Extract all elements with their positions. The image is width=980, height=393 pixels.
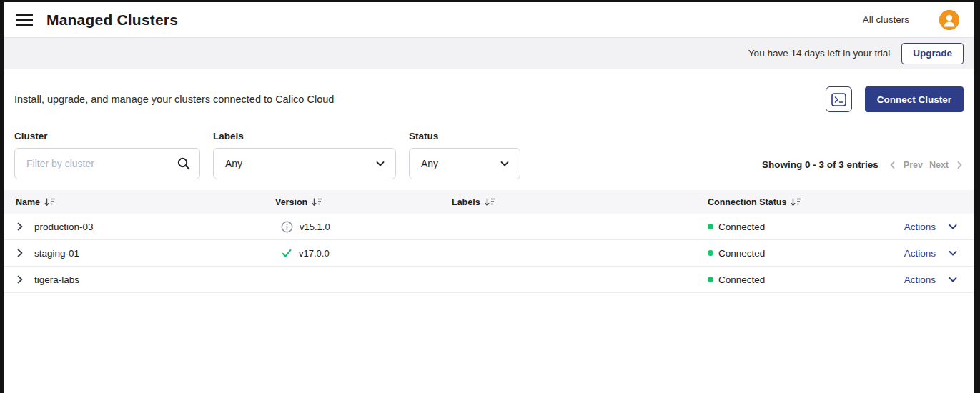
labels-filter-group: Labels Any — [213, 131, 396, 179]
cluster-name-cell: tigera-labs — [16, 274, 275, 285]
sort-icon[interactable] — [485, 198, 495, 207]
chevron-right-icon[interactable] — [955, 161, 964, 169]
toolbar-buttons: Connect Cluster — [826, 86, 964, 112]
actions-label: Actions — [904, 222, 936, 232]
column-header-connection-status-label: Connection Status — [708, 197, 786, 207]
connection-status-cell: Connected — [708, 248, 872, 259]
toolbar: Install, upgrade, and manage your cluste… — [4, 86, 974, 112]
status-filter-label: Status — [409, 131, 520, 141]
status-dot-icon — [708, 277, 713, 282]
actions-label: Actions — [904, 274, 936, 285]
cluster-name-cell: staging-01 — [16, 248, 275, 259]
actions-dropdown-button[interactable]: Actions — [904, 222, 958, 232]
status-dot-icon — [708, 250, 713, 256]
cluster-version: v15.1.0 — [300, 222, 330, 232]
cluster-name: staging-01 — [34, 248, 79, 259]
connection-status-cell: Connected — [708, 274, 872, 285]
status-filter-select[interactable]: Any — [409, 148, 520, 179]
chevron-right-icon — [16, 275, 24, 284]
results-meta: Showing 0 - 3 of 3 entries Prev Next — [762, 159, 964, 170]
labels-filter-label: Labels — [213, 131, 396, 141]
labels-filter-select[interactable]: Any — [213, 148, 396, 179]
clusters-table: Name Version Labels — [4, 190, 974, 293]
cluster-filter-input[interactable] — [14, 148, 200, 179]
chevron-down-icon — [375, 159, 385, 169]
actions-cell: Actions — [872, 248, 962, 259]
page-title: Managed Clusters — [46, 11, 178, 29]
table-header-row: Name Version Labels — [4, 190, 974, 214]
hamburger-icon — [16, 14, 33, 26]
labels-filter-value: Any — [225, 158, 242, 169]
top-bar-left: Managed Clusters — [14, 10, 178, 30]
cluster-version: v17.0.0 — [299, 248, 330, 259]
pager: Prev Next — [889, 160, 964, 170]
table-row: staging-01 v17.0.0 Connected Actions — [4, 240, 974, 267]
trial-banner: You have 14 days left in your trial Upgr… — [4, 38, 974, 69]
column-header-version[interactable]: Version — [275, 197, 452, 207]
search-icon — [177, 156, 191, 171]
column-header-connection-status[interactable]: Connection Status — [708, 197, 872, 207]
chevron-down-icon — [948, 274, 958, 284]
actions-dropdown-button[interactable]: Actions — [904, 248, 958, 259]
column-header-labels-label: Labels — [452, 197, 480, 207]
column-header-name[interactable]: Name — [16, 197, 275, 207]
connection-status: Connected — [718, 274, 765, 285]
actions-cell: Actions — [872, 274, 962, 285]
main-content: Install, upgrade, and manage your cluste… — [4, 69, 974, 393]
actions-dropdown-button[interactable]: Actions — [904, 274, 958, 285]
chevron-down-icon — [948, 248, 958, 258]
table-row: tigera-labs Connected Actions — [4, 267, 974, 293]
connection-status: Connected — [718, 222, 765, 232]
check-icon — [281, 247, 292, 259]
terminal-button[interactable] — [826, 86, 852, 112]
expand-row-button[interactable] — [16, 249, 24, 257]
column-header-name-label: Name — [16, 197, 40, 207]
chevron-left-icon[interactable] — [889, 161, 897, 169]
top-bar: Managed Clusters All clusters — [4, 2, 974, 38]
expand-row-button[interactable] — [16, 222, 24, 231]
cluster-filter-input-wrap — [14, 148, 200, 179]
connect-cluster-button[interactable]: Connect Cluster — [865, 86, 964, 112]
version-cell: v15.1.0 — [275, 221, 452, 233]
actions-label: Actions — [904, 248, 936, 259]
terminal-icon — [831, 93, 846, 106]
results-summary: Showing 0 - 3 of 3 entries — [762, 159, 878, 170]
trial-message: You have 14 days left in your trial — [748, 48, 890, 59]
prev-page-button[interactable]: Prev — [904, 160, 923, 170]
cluster-name-cell: production-03 — [16, 222, 275, 232]
status-filter-value: Any — [421, 158, 438, 169]
cluster-name: production-03 — [34, 222, 94, 232]
filters-row: Cluster Labels Any Status — [4, 131, 974, 179]
cluster-name: tigera-labs — [34, 274, 79, 285]
connection-status-cell: Connected — [708, 222, 872, 232]
sort-icon[interactable] — [791, 198, 801, 207]
chevron-right-icon — [16, 249, 24, 257]
top-bar-right: All clusters — [863, 10, 959, 30]
actions-cell: Actions — [872, 222, 962, 232]
chevron-down-icon — [948, 222, 958, 232]
table-row: production-03 v15.1.0 Connected Actions — [4, 214, 974, 240]
info-icon[interactable] — [281, 221, 293, 233]
column-header-version-label: Version — [275, 197, 307, 207]
cluster-filter-label: Cluster — [14, 131, 200, 141]
cluster-filter-group: Cluster — [14, 131, 200, 179]
chevron-right-icon — [16, 222, 24, 231]
avatar[interactable] — [939, 10, 959, 30]
column-header-labels[interactable]: Labels — [452, 197, 708, 207]
user-icon — [939, 10, 959, 30]
expand-row-button[interactable] — [16, 275, 24, 284]
chevron-down-icon — [500, 159, 510, 169]
connection-status: Connected — [718, 248, 765, 259]
sort-icon[interactable] — [312, 198, 322, 207]
hamburger-menu-button[interactable] — [14, 10, 34, 30]
status-dot-icon — [708, 224, 713, 229]
status-filter-group: Status Any — [409, 131, 520, 179]
next-page-button[interactable]: Next — [929, 160, 949, 170]
cluster-scope-selector[interactable]: All clusters — [863, 14, 909, 25]
upgrade-button[interactable]: Upgrade — [901, 43, 964, 64]
page-description: Install, upgrade, and manage your cluste… — [14, 94, 334, 105]
version-cell: v17.0.0 — [275, 247, 452, 259]
sort-icon[interactable] — [44, 198, 55, 207]
managed-clusters-window: Managed Clusters All clusters You have 1… — [4, 2, 974, 393]
